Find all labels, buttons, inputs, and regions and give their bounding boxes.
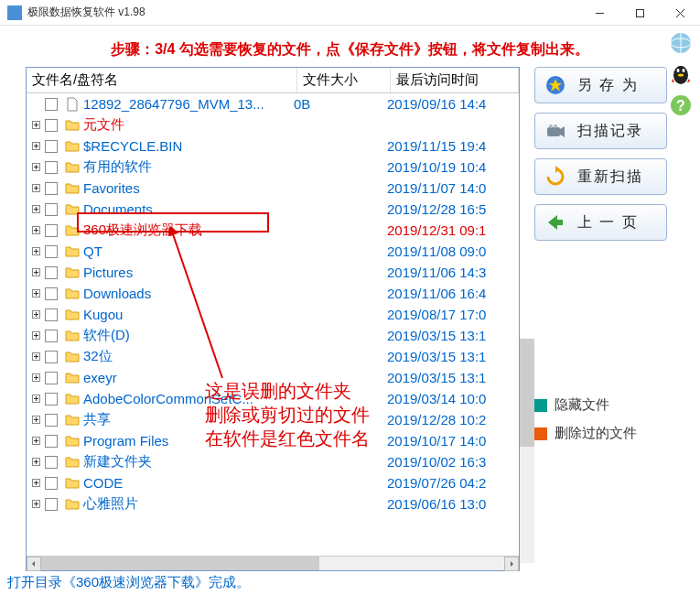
vertical-scrollbar[interactable]	[520, 339, 534, 563]
svg-rect-1	[636, 9, 643, 16]
legend-hidden: 隐藏文件	[534, 396, 693, 414]
checkbox[interactable]	[45, 498, 58, 511]
file-row[interactable]: 32位2019/03/15 13:1	[27, 346, 519, 367]
checkbox[interactable]	[45, 372, 58, 384]
expand-toggle[interactable]	[30, 395, 41, 403]
expand-toggle[interactable]	[30, 500, 41, 508]
checkbox[interactable]	[45, 435, 58, 448]
legend-hidden-label: 隐藏文件	[555, 396, 609, 414]
scroll-thumb[interactable]	[41, 557, 319, 570]
folder-icon	[65, 308, 80, 322]
checkbox[interactable]	[45, 182, 58, 195]
vscroll-thumb[interactable]	[520, 339, 534, 447]
expand-toggle[interactable]	[30, 205, 41, 213]
checkbox[interactable]	[45, 140, 58, 153]
scan-log-button[interactable]: 扫描记录	[534, 113, 667, 149]
prev-page-button[interactable]: 上 一 页	[534, 204, 667, 241]
column-size[interactable]: 文件大小	[297, 68, 391, 92]
file-row[interactable]: Kugou2019/08/17 17:0	[27, 304, 519, 325]
checkbox[interactable]	[45, 287, 58, 300]
checkbox[interactable]	[45, 119, 58, 132]
expand-toggle[interactable]	[30, 458, 41, 466]
file-row[interactable]: 有用的软件2019/10/19 10:4	[27, 157, 519, 178]
qq-icon[interactable]	[669, 62, 693, 86]
column-name[interactable]: 文件名/盘符名	[27, 68, 297, 92]
file-name: Downloads	[83, 286, 294, 301]
file-row[interactable]: 共享2019/12/28 10:2	[27, 409, 519, 430]
svg-rect-67	[547, 127, 560, 136]
file-row[interactable]: Favorites2019/11/07 14:0	[27, 178, 519, 199]
file-name: Favorites	[83, 180, 294, 196]
maximize-button[interactable]	[619, 0, 660, 26]
expand-toggle[interactable]	[30, 331, 41, 340]
file-row[interactable]: AdobeColorCommonSetC...2019/03/14 10:0	[27, 388, 519, 409]
file-name: exeyr	[83, 370, 294, 385]
folder-icon	[65, 160, 80, 175]
file-row[interactable]: 新建文件夹2019/10/02 16:3	[27, 451, 519, 472]
checkbox[interactable]	[45, 245, 58, 258]
expand-toggle[interactable]	[30, 226, 41, 234]
column-date[interactable]: 最后访问时间	[391, 68, 519, 92]
file-size: 0B	[294, 96, 387, 112]
expand-toggle[interactable]	[30, 142, 41, 150]
file-row[interactable]: 12892_28647796_MVM_13...0B2019/09/16 14:…	[27, 93, 519, 114]
checkbox[interactable]	[45, 414, 58, 427]
file-row[interactable]: exeyr2019/03/15 13:1	[27, 367, 519, 388]
expand-toggle[interactable]	[30, 373, 41, 382]
checkbox[interactable]	[45, 477, 58, 490]
file-row[interactable]: Pictures2019/11/06 14:3	[27, 262, 519, 283]
file-row[interactable]: 软件(D)2019/03/15 13:1	[27, 325, 519, 346]
expand-toggle[interactable]	[30, 268, 41, 276]
expand-toggle[interactable]	[30, 289, 41, 298]
file-date: 2019/06/16 13:0	[387, 496, 519, 512]
instruction-text: 步骤：3/4 勾选需要恢复的文件，点《保存文件》按钮，将文件复制出来。	[0, 26, 700, 67]
checkbox[interactable]	[45, 266, 58, 279]
checkbox[interactable]	[45, 456, 58, 469]
file-list-panel: 文件名/盘符名 文件大小 最后访问时间 12892_28647796_MVM_1…	[26, 67, 520, 571]
file-name: 32位	[83, 348, 294, 365]
checkbox[interactable]	[45, 98, 58, 111]
file-row[interactable]: $RECYCLE.BIN2019/11/15 19:4	[27, 135, 519, 157]
file-row[interactable]: Program Files2019/10/17 14:0	[27, 430, 519, 451]
file-row[interactable]: 元文件	[27, 114, 519, 135]
file-row[interactable]: QT2019/11/08 09:0	[27, 241, 519, 262]
legend-deleted: 删除过的文件	[534, 425, 693, 442]
minimize-button[interactable]	[579, 0, 619, 26]
checkbox[interactable]	[45, 161, 58, 174]
scroll-left-arrow[interactable]	[27, 557, 41, 571]
expand-toggle[interactable]	[30, 163, 41, 171]
horizontal-scrollbar[interactable]	[27, 556, 519, 570]
file-row[interactable]: Documents2019/12/28 16:5	[27, 199, 519, 220]
help-icon[interactable]: ?	[669, 93, 693, 117]
folder-icon	[65, 287, 80, 301]
checkbox[interactable]	[45, 393, 58, 406]
folder-icon	[65, 181, 80, 196]
expand-toggle[interactable]	[30, 310, 41, 319]
file-row[interactable]: Downloads2019/11/06 16:4	[27, 283, 519, 304]
checkbox[interactable]	[45, 330, 58, 342]
file-row[interactable]: CODE2019/07/26 04:2	[27, 472, 519, 493]
expand-toggle[interactable]	[30, 437, 41, 445]
prev-page-label: 上 一 页	[577, 213, 639, 233]
expand-toggle[interactable]	[30, 352, 41, 361]
expand-toggle[interactable]	[30, 479, 41, 487]
expand-toggle[interactable]	[30, 184, 41, 192]
legend-deleted-swatch	[534, 427, 547, 440]
checkbox[interactable]	[45, 308, 58, 321]
file-row[interactable]: 心雅照片2019/06/16 13:0	[27, 493, 519, 514]
scroll-right-arrow[interactable]	[504, 557, 519, 571]
globe-icon[interactable]	[669, 31, 693, 55]
save-as-button[interactable]: 另 存 为	[534, 67, 667, 103]
checkbox[interactable]	[45, 203, 58, 216]
checkbox[interactable]	[45, 224, 58, 237]
file-name: Program Files	[83, 433, 294, 449]
expand-toggle[interactable]	[30, 247, 41, 255]
scroll-track[interactable]	[41, 557, 504, 570]
file-row[interactable]: 360极速浏览器下载2019/12/31 09:1	[27, 220, 519, 241]
expand-toggle[interactable]	[30, 416, 41, 424]
rescan-button[interactable]: 重新扫描	[534, 158, 667, 195]
expand-toggle[interactable]	[30, 121, 41, 129]
file-date: 2019/12/28 10:2	[387, 412, 519, 427]
close-button[interactable]	[660, 0, 700, 26]
checkbox[interactable]	[45, 351, 58, 363]
